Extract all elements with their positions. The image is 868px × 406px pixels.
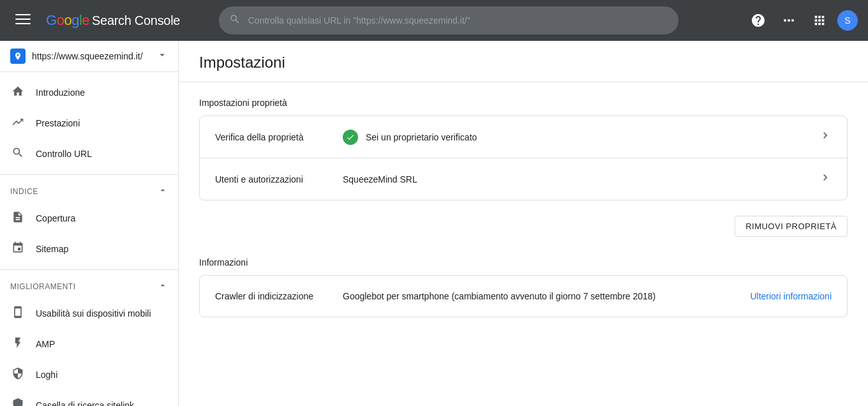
crawler-value: Googlebot per smartphone (cambiamento av… bbox=[343, 291, 750, 301]
app-layout: https://www.squeezemind.it/ Introduzione bbox=[0, 41, 868, 406]
sidebar-item-label: Casella di ricerca sitelink bbox=[36, 400, 134, 406]
apps-grid-button[interactable] bbox=[807, 8, 832, 33]
verification-row[interactable]: Verifica della proprietà Sei un propriet… bbox=[200, 116, 847, 158]
header-actions: S bbox=[745, 8, 858, 33]
verification-content: Sei un proprietario verificato bbox=[343, 130, 819, 145]
sitemap-icon bbox=[10, 241, 26, 257]
property-settings-label: Impostazioni proprietà bbox=[199, 98, 848, 108]
crawler-row: Crawler di indicizzazione Googlebot per … bbox=[200, 276, 847, 317]
google-wordmark: Google bbox=[46, 12, 89, 29]
users-value: SqueezeMind SRL bbox=[343, 174, 417, 184]
info-section-label: Informazioni bbox=[199, 257, 848, 267]
property-selector[interactable]: https://www.squeezemind.it/ bbox=[0, 41, 178, 72]
property-url: https://www.squeezemind.it/ bbox=[32, 51, 150, 61]
sidebar-item-usabilita[interactable]: Usabilità sui dispositivi mobili bbox=[0, 298, 173, 329]
sitelink-icon bbox=[10, 398, 26, 407]
indice-section-header: Indice bbox=[0, 180, 178, 203]
sidebar-item-label: Controllo URL bbox=[36, 149, 92, 159]
page-header: Impostazioni bbox=[179, 41, 868, 82]
sidebar-item-label: Prestazioni bbox=[36, 118, 80, 128]
indice-collapse-icon[interactable] bbox=[158, 185, 168, 198]
sidebar-item-amp[interactable]: AMP bbox=[0, 329, 173, 359]
remove-btn-container: RIMUOVI PROPRIETÀ bbox=[199, 216, 848, 237]
sidebar-item-label: Usabilità sui dispositivi mobili bbox=[36, 308, 151, 319]
sidebar-item-sitemap[interactable]: Sitemap bbox=[0, 234, 173, 264]
product-name: Search Console bbox=[92, 13, 180, 28]
svg-rect-2 bbox=[15, 23, 31, 24]
verification-label: Verifica della proprietà bbox=[215, 132, 343, 142]
search-container bbox=[219, 6, 678, 34]
header: Google Search Console bbox=[0, 0, 868, 41]
sidebar-item-label: Sitemap bbox=[36, 244, 68, 254]
copertura-icon bbox=[10, 211, 26, 227]
content-area: Impostazioni proprietà Verifica della pr… bbox=[179, 82, 868, 333]
app-logo: Google Search Console bbox=[46, 12, 180, 29]
search-input[interactable] bbox=[248, 15, 668, 26]
amp-icon bbox=[10, 336, 26, 352]
main-nav: Introduzione Prestazioni Controllo URL bbox=[0, 72, 178, 174]
search-nav-icon bbox=[10, 146, 26, 162]
main-content: Impostazioni Impostazioni proprietà Veri… bbox=[179, 41, 868, 406]
search-icon bbox=[229, 13, 241, 28]
sidebar-item-loghi[interactable]: Loghi bbox=[0, 359, 173, 390]
users-content: SqueezeMind SRL bbox=[343, 174, 819, 184]
sidebar-item-prestazioni[interactable]: Prestazioni bbox=[0, 108, 173, 139]
home-icon bbox=[10, 85, 26, 101]
indice-section-label: Indice bbox=[10, 187, 38, 196]
users-chevron-icon bbox=[819, 171, 832, 187]
miglioramenti-section-header: Miglioramenti bbox=[0, 275, 178, 298]
users-label: Utenti e autorizzazioni bbox=[215, 174, 343, 184]
remove-property-button[interactable]: RIMUOVI PROPRIETÀ bbox=[735, 216, 848, 237]
indice-section: Indice Copertura bbox=[0, 174, 178, 269]
miglioramenti-section: Miglioramenti Usabilità sui dispositivi … bbox=[0, 269, 178, 406]
page-title: Impostazioni bbox=[199, 54, 848, 71]
svg-rect-1 bbox=[15, 19, 31, 20]
loghi-icon bbox=[10, 367, 26, 383]
apps-button[interactable] bbox=[776, 8, 802, 33]
sidebar: https://www.squeezemind.it/ Introduzione bbox=[0, 41, 179, 406]
avatar[interactable]: S bbox=[837, 10, 858, 31]
verification-chevron-icon bbox=[819, 129, 832, 145]
sidebar-item-copertura[interactable]: Copertura bbox=[0, 203, 173, 234]
sidebar-item-label: AMP bbox=[36, 339, 55, 349]
sidebar-item-label: Loghi bbox=[36, 370, 57, 380]
miglioramenti-collapse-icon[interactable] bbox=[158, 280, 168, 293]
users-row[interactable]: Utenti e autorizzazioni SqueezeMind SRL bbox=[200, 158, 847, 200]
property-dropdown-icon bbox=[156, 49, 168, 64]
mobile-icon bbox=[10, 306, 26, 322]
verification-status: Sei un proprietario verificato bbox=[366, 132, 477, 142]
svg-rect-0 bbox=[15, 14, 31, 15]
sidebar-item-casella-ricerca[interactable]: Casella di ricerca sitelink bbox=[0, 390, 173, 406]
miglioramenti-section-label: Miglioramenti bbox=[10, 282, 76, 291]
info-card: Crawler di indicizzazione Googlebot per … bbox=[199, 275, 848, 317]
sidebar-item-introduzione[interactable]: Introduzione bbox=[0, 77, 173, 108]
property-icon bbox=[10, 49, 26, 64]
verified-icon bbox=[343, 130, 358, 145]
crawler-more-info-link[interactable]: Ulteriori informazioni bbox=[750, 291, 832, 301]
menu-icon[interactable] bbox=[10, 6, 36, 35]
help-button[interactable] bbox=[745, 8, 771, 33]
trending-icon bbox=[10, 116, 26, 132]
sidebar-item-label: Introduzione bbox=[36, 87, 85, 98]
sidebar-item-label: Copertura bbox=[36, 213, 75, 223]
crawler-label: Crawler di indicizzazione bbox=[215, 291, 343, 301]
settings-card: Verifica della proprietà Sei un propriet… bbox=[199, 116, 848, 200]
sidebar-item-controllo-url[interactable]: Controllo URL bbox=[0, 139, 173, 169]
search-box[interactable] bbox=[219, 6, 678, 34]
